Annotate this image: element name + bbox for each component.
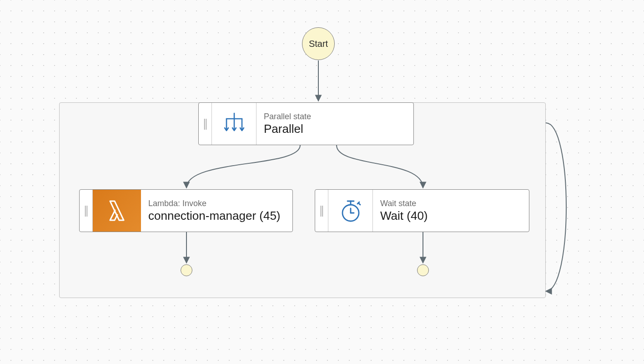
wait-state-node[interactable]: || Wait state Wait (40) — [315, 189, 529, 232]
lambda-title: connection-manager (45) — [148, 209, 284, 223]
lambda-state-node[interactable]: || Lambda: Invoke connection-manager (45… — [79, 189, 293, 232]
drag-handle-icon[interactable]: || — [315, 190, 328, 232]
wait-icon — [328, 190, 373, 232]
lambda-type-label: Lambda: Invoke — [148, 199, 284, 208]
wait-title: Wait (40) — [380, 209, 521, 223]
start-node[interactable]: Start — [302, 27, 335, 60]
parallel-title: Parallel — [264, 122, 405, 136]
drag-handle-icon[interactable]: || — [199, 103, 212, 145]
parallel-state-node[interactable]: || Parallel state Parallel — [198, 102, 414, 145]
drag-handle-icon[interactable]: || — [80, 190, 93, 232]
svg-line-11 — [358, 203, 360, 205]
wait-type-label: Wait state — [380, 199, 521, 208]
parallel-icon — [212, 103, 257, 145]
start-label: Start — [309, 39, 328, 49]
parallel-type-label: Parallel state — [264, 112, 405, 121]
lambda-icon — [93, 190, 141, 232]
branch-end-node — [417, 264, 429, 276]
branch-end-node — [181, 264, 192, 276]
workflow-canvas[interactable]: Start || Parallel state Parallel — [0, 0, 644, 364]
